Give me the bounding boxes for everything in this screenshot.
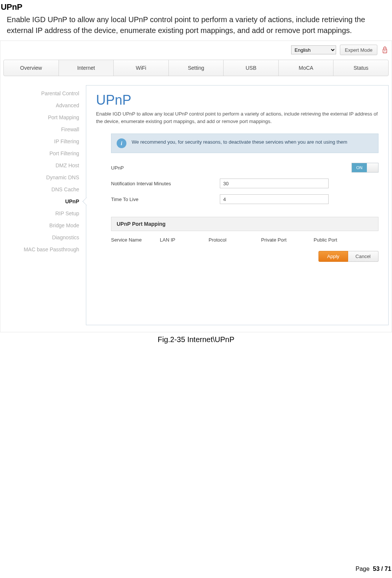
- ttl-input[interactable]: [220, 194, 329, 204]
- row-ttl: Time To Live: [111, 191, 378, 207]
- row-interval: Notification Interval Minutes: [111, 176, 378, 191]
- sidebar-mac-passthrough[interactable]: MAC base Passthrough: [3, 243, 86, 255]
- tab-overview[interactable]: Overview: [4, 60, 59, 76]
- col-protocol: Protocol: [209, 237, 261, 243]
- content-wrap: Parental Control Advanced Port Mapping F…: [0, 85, 392, 332]
- settings-block: UPnP ON Notification Interval Minutes Ti…: [111, 160, 378, 207]
- logout-icon[interactable]: [381, 45, 389, 54]
- apply-button[interactable]: Apply: [318, 251, 348, 262]
- sidebar-dynamic-dns[interactable]: Dynamic DNS: [3, 171, 86, 183]
- sidebar-dmz-host[interactable]: DMZ Host: [3, 159, 86, 171]
- tab-moca[interactable]: MoCA: [279, 60, 334, 76]
- col-public-port: Public Port: [314, 237, 359, 243]
- sidebar-advanced[interactable]: Advanced: [3, 99, 86, 111]
- doc-section-title: UPnP: [1, 2, 392, 12]
- upnp-toggle[interactable]: ON: [351, 163, 378, 173]
- svg-point-1: [384, 50, 386, 51]
- info-banner: i We recommend you, for security reasons…: [111, 134, 378, 153]
- sidebar-port-filtering[interactable]: Port Filtering: [3, 147, 86, 159]
- sidebar-parental-control[interactable]: Parental Control: [3, 87, 86, 99]
- top-controls: English Expert Mode: [0, 41, 392, 60]
- panel-title: UPnP: [96, 92, 378, 108]
- tab-status[interactable]: Status: [333, 60, 388, 76]
- sidebar: Parental Control Advanced Port Mapping F…: [3, 85, 86, 325]
- interval-label: Notification Interval Minutes: [111, 181, 220, 186]
- info-icon: i: [117, 138, 126, 148]
- cancel-button[interactable]: Cancel: [348, 251, 378, 262]
- primary-tabs: Overview Internet WiFi Setting USB MoCA …: [3, 60, 389, 76]
- button-row: Apply Cancel: [111, 251, 378, 262]
- sidebar-port-mapping[interactable]: Port Mapping: [3, 111, 86, 123]
- doc-section-desc: Enable IGD UPnP to allow any local UPnP …: [7, 14, 387, 36]
- panel-desc: Enable IGD UPnP to allow any local UPnP …: [96, 110, 378, 125]
- sidebar-firewall[interactable]: Firewall: [3, 123, 86, 135]
- language-select[interactable]: English: [291, 45, 336, 54]
- sidebar-ip-filtering[interactable]: IP Filtering: [3, 135, 86, 147]
- col-service-name: Service Name: [111, 237, 160, 243]
- figure-caption: Fig.2-35 Internet\UPnP: [0, 335, 392, 344]
- tab-internet[interactable]: Internet: [59, 60, 114, 76]
- col-private-port: Private Port: [261, 237, 314, 243]
- tab-setting[interactable]: Setting: [169, 60, 224, 76]
- toggle-knob: [367, 163, 378, 172]
- ttl-label: Time To Live: [111, 197, 220, 202]
- sidebar-dns-cache[interactable]: DNS Cache: [3, 183, 86, 195]
- tab-wifi[interactable]: WiFi: [114, 60, 169, 76]
- row-upnp: UPnP ON: [111, 160, 378, 176]
- port-mapping-header: UPnP Port Mapping: [111, 217, 378, 231]
- toggle-on-label: ON: [352, 163, 367, 172]
- col-lan-ip: LAN IP: [160, 237, 209, 243]
- sidebar-upnp[interactable]: UPnP: [3, 195, 86, 207]
- info-text: We recommend you, for security reasons, …: [132, 138, 347, 146]
- sidebar-diagnostics[interactable]: Diagnostics: [3, 231, 86, 243]
- interval-input[interactable]: [220, 179, 329, 188]
- sidebar-bridge-mode[interactable]: Bridge Mode: [3, 219, 86, 231]
- expert-mode-button[interactable]: Expert Mode: [340, 45, 377, 55]
- sidebar-rip-setup[interactable]: RIP Setup: [3, 207, 86, 219]
- upnp-label: UPnP: [111, 165, 220, 171]
- main-panel: UPnP Enable IGD UPnP to allow any local …: [86, 85, 389, 325]
- tab-usb[interactable]: USB: [224, 60, 279, 76]
- port-mapping-table-head: Service Name LAN IP Protocol Private Por…: [111, 237, 378, 243]
- router-screenshot: English Expert Mode Overview Internet Wi…: [0, 41, 392, 332]
